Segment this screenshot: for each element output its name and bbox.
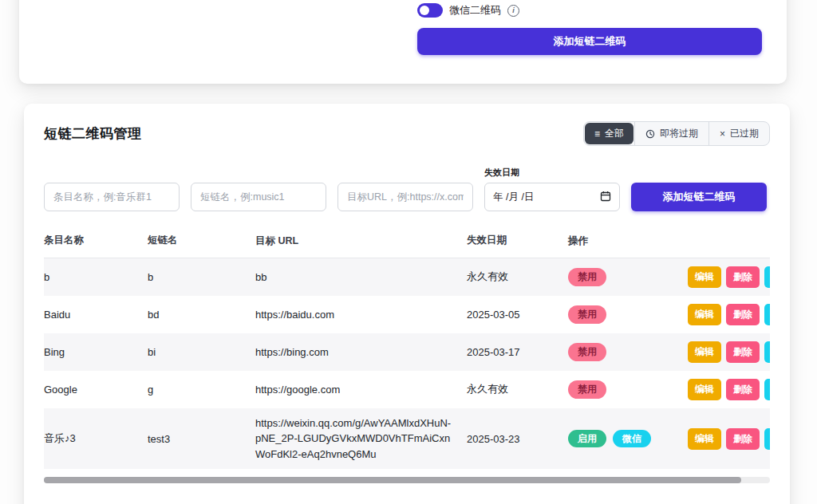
x-icon: × <box>720 129 725 139</box>
cell-slug: b <box>148 271 255 283</box>
expiry-date-input[interactable]: 年 /月 /日 <box>484 183 620 211</box>
add-shortlink-qrcode-button[interactable]: 添加短链二维码 <box>417 28 762 55</box>
table-row: 音乐♪3 test3 https://weixin.qq.com/g/AwYAA… <box>44 408 770 470</box>
cell-url: https://weixin.qq.com/g/AwYAAMlxdXHuN-pN… <box>255 415 467 463</box>
cell-actions: 编辑 删除 二维码 <box>688 266 770 288</box>
status-badge-enabled: 启用 <box>568 430 606 448</box>
cell-slug: test3 <box>148 433 255 445</box>
cell-expiry: 2025-03-23 <box>467 433 568 445</box>
toggle-knob <box>420 6 429 15</box>
status-badge-disabled: 禁用 <box>568 380 606 399</box>
col-header-expiry: 失效日期 <box>467 234 568 249</box>
header-row: 短链二维码管理 ≡ 全部 即将过期 × 已过期 <box>44 121 770 146</box>
date-placeholder: 年 /月 /日 <box>493 191 534 204</box>
cell-actions: 编辑 删除 二维码 <box>688 428 770 450</box>
cell-expiry: 2025-03-05 <box>467 309 568 321</box>
tab-expired-label: 已过期 <box>730 127 759 140</box>
wechat-toggle-label: 微信二维码 <box>449 3 501 18</box>
cell-expiry: 永久有效 <box>467 270 568 284</box>
delete-button[interactable]: 删除 <box>726 379 760 400</box>
calendar-icon <box>600 191 611 204</box>
add-shortlink-qrcode-button-filter[interactable]: 添加短链二维码 <box>631 183 767 211</box>
qrcode-button[interactable]: 二维码 <box>764 304 770 325</box>
cell-expiry: 2025-03-17 <box>467 346 568 358</box>
clock-icon <box>645 129 655 139</box>
col-header-actions: 操作 <box>568 234 688 249</box>
table-wrap: 条目名称 短链名 目标 URL 失效日期 操作 b b bb 永久有效 禁用 编… <box>44 234 770 469</box>
horizontal-scrollbar-track <box>44 477 770 483</box>
cell-name: Baidu <box>44 309 148 321</box>
wechat-toggle-row: 微信二维码 i <box>417 3 519 18</box>
list-icon: ≡ <box>594 129 600 139</box>
cell-status: 启用 微信 <box>568 430 688 448</box>
tab-expiring-soon[interactable]: 即将过期 <box>634 122 708 145</box>
entry-name-input[interactable] <box>44 183 180 211</box>
shortlink-name-input[interactable] <box>191 183 326 211</box>
qrcode-button[interactable]: 二维码 <box>764 428 770 450</box>
info-icon: i <box>507 5 519 17</box>
cell-url: https://bing.com <box>255 345 467 360</box>
table-row: Google g https://google.com 永久有效 禁用 编辑 删… <box>44 371 770 408</box>
cell-name: Google <box>44 384 148 396</box>
qrcode-button[interactable]: 二维码 <box>764 266 770 288</box>
expiry-date-group: 失效日期 年 /月 /日 <box>484 167 620 211</box>
delete-button[interactable]: 删除 <box>726 266 760 288</box>
add-qrcode-card: 微信二维码 i 添加短链二维码 <box>19 0 787 84</box>
qrcode-button[interactable]: 二维码 <box>764 341 770 363</box>
edit-button[interactable]: 编辑 <box>688 304 721 325</box>
status-badge-disabled: 禁用 <box>568 343 606 361</box>
cell-actions: 编辑 删除 二维码 <box>688 341 770 363</box>
horizontal-scrollbar-thumb[interactable] <box>44 477 741 483</box>
col-header-name: 条目名称 <box>44 234 148 249</box>
filter-tabs: ≡ 全部 即将过期 × 已过期 <box>583 121 770 146</box>
cell-url: https://google.com <box>255 382 467 398</box>
tab-all-label: 全部 <box>605 127 624 140</box>
target-url-input[interactable] <box>337 183 473 211</box>
table-header-row: 条目名称 短链名 目标 URL 失效日期 操作 <box>44 234 770 258</box>
cell-name: b <box>44 271 148 283</box>
shortlink-manager-card: 短链二维码管理 ≡ 全部 即将过期 × 已过期 <box>24 104 790 504</box>
cell-actions: 编辑 删除 二维码 <box>688 379 770 400</box>
shortlink-table: 条目名称 短链名 目标 URL 失效日期 操作 b b bb 永久有效 禁用 编… <box>44 234 770 469</box>
edit-button[interactable]: 编辑 <box>688 379 721 400</box>
edit-button[interactable]: 编辑 <box>688 266 721 288</box>
wechat-toggle[interactable] <box>417 3 443 18</box>
tab-expiring-label: 即将过期 <box>660 127 698 140</box>
cell-name: 音乐♪3 <box>44 431 148 446</box>
delete-button[interactable]: 删除 <box>726 304 760 325</box>
cell-expiry: 永久有效 <box>467 382 568 396</box>
filter-row: 失效日期 年 /月 /日 添加短链二维码 <box>44 167 770 211</box>
page-title: 短链二维码管理 <box>44 124 142 143</box>
tab-expired[interactable]: × 已过期 <box>708 122 769 145</box>
col-header-url: 目标 URL <box>255 234 467 249</box>
table-row: b b bb 永久有效 禁用 编辑 删除 二维码 <box>44 258 770 296</box>
cell-url: https://baidu.com <box>255 307 467 323</box>
cell-slug: g <box>148 384 255 396</box>
table-row: Bing bi https://bing.com 2025-03-17 禁用 编… <box>44 333 770 371</box>
cell-url: bb <box>255 270 467 285</box>
tab-all[interactable]: ≡ 全部 <box>585 123 633 144</box>
cell-actions: 编辑 删除 二维码 <box>688 304 770 325</box>
screen: 微信二维码 i 添加短链二维码 短链二维码管理 ≡ 全部 即将过期 × <box>0 0 817 504</box>
table-row: Baidu bd https://baidu.com 2025-03-05 禁用… <box>44 296 770 333</box>
cell-name: Bing <box>44 346 148 358</box>
expiry-date-label: 失效日期 <box>484 167 620 179</box>
delete-button[interactable]: 删除 <box>726 341 760 363</box>
wechat-badge: 微信 <box>613 430 651 448</box>
status-badge-disabled: 禁用 <box>568 305 606 324</box>
col-header-slug: 短链名 <box>148 234 255 249</box>
cell-slug: bi <box>148 346 255 358</box>
qrcode-button[interactable]: 二维码 <box>764 379 770 400</box>
edit-button[interactable]: 编辑 <box>688 341 721 363</box>
edit-button[interactable]: 编辑 <box>688 428 721 450</box>
cell-slug: bd <box>148 309 255 321</box>
status-badge-disabled: 禁用 <box>568 268 606 286</box>
delete-button[interactable]: 删除 <box>726 428 760 450</box>
